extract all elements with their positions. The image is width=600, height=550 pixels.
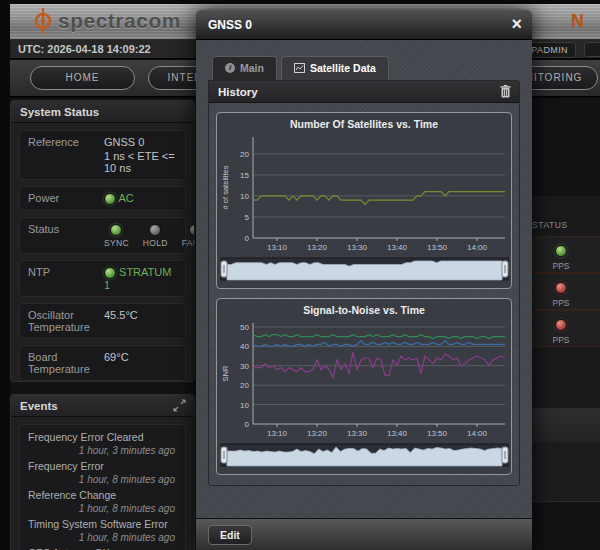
tab-main[interactable]: i Main bbox=[212, 56, 277, 80]
nav-home-button[interactable]: HOME bbox=[30, 66, 135, 90]
spectracom-logo-icon bbox=[32, 7, 54, 35]
pps-status-dot bbox=[555, 245, 567, 257]
svg-text:13:50: 13:50 bbox=[426, 243, 447, 252]
series-satellites bbox=[253, 192, 505, 205]
svg-text:50: 50 bbox=[240, 323, 249, 332]
modal-footer: Edit bbox=[196, 518, 532, 550]
series-snr-mid bbox=[253, 341, 505, 347]
sync-indicator: SYNC bbox=[104, 223, 129, 248]
history-panel: History Number Of Satellites vs. Time 05… bbox=[208, 80, 520, 486]
logo-text: spectracom bbox=[58, 9, 181, 33]
snr-chart-canvas: 0102030405013:1013:2013:3013:4013:5014:0… bbox=[218, 317, 510, 471]
fault-indicator: FAULT bbox=[182, 223, 195, 248]
history-header: History bbox=[209, 81, 519, 103]
satellites-chart: Number Of Satellites vs. Time 0510152013… bbox=[216, 112, 512, 289]
page: spectracom N UTC: 2026-04-18 14:09:22 WE… bbox=[0, 0, 600, 550]
history-body: Number Of Satellites vs. Time 0510152013… bbox=[209, 103, 519, 485]
tab-satellite-data[interactable]: Satellite Data bbox=[281, 56, 389, 80]
event-item: Reference Change 1 hour, 8 minutes ago bbox=[28, 489, 177, 518]
svg-text:30: 30 bbox=[240, 362, 249, 371]
spectracom-logo[interactable]: spectracom bbox=[32, 7, 181, 35]
modal-body: i Main Satellite Data History bbox=[196, 40, 532, 518]
info-icon: i bbox=[225, 63, 235, 73]
svg-text:15: 15 bbox=[240, 171, 249, 180]
svg-text:13:20: 13:20 bbox=[306, 243, 327, 252]
brand-fragment: N bbox=[571, 11, 584, 32]
svg-text:13:30: 13:30 bbox=[346, 243, 367, 252]
svg-text:13:10: 13:10 bbox=[266, 243, 287, 252]
ntp-status-dot bbox=[104, 267, 116, 279]
status-card-status: Status SYNC HOLD FAULT bbox=[19, 217, 186, 254]
utc-clock: UTC: 2026-04-18 14:09:22 bbox=[18, 43, 151, 55]
edge-chip bbox=[584, 42, 600, 57]
svg-text:5: 5 bbox=[244, 213, 249, 222]
chart-canvas: 0510152013:1013:2013:3013:4013:5014:00# … bbox=[219, 131, 510, 285]
svg-text:13:30: 13:30 bbox=[346, 429, 367, 438]
trash-icon[interactable] bbox=[500, 85, 511, 98]
edit-button[interactable]: Edit bbox=[208, 525, 252, 545]
svg-text:# of satellites: # of satellites bbox=[221, 165, 230, 209]
expand-icon[interactable] bbox=[173, 399, 186, 412]
modal-title: GNSS 0 bbox=[208, 18, 252, 32]
system-status-panel: System Status Reference GNSS 0 1 ns < ET… bbox=[10, 100, 195, 382]
svg-text:20: 20 bbox=[240, 150, 249, 159]
chart-canvas: 0102030405013:1013:2013:3013:4013:5014:0… bbox=[219, 317, 510, 471]
svg-text:13:40: 13:40 bbox=[386, 243, 407, 252]
event-item: Frequency Error 1 hour, 8 minutes ago bbox=[28, 460, 177, 489]
svg-text:10: 10 bbox=[240, 192, 249, 201]
satellites-chart-canvas: 0510152013:1013:2013:3013:4013:5014:00# … bbox=[218, 131, 510, 285]
hold-indicator: HOLD bbox=[143, 223, 168, 248]
pps-status-dot bbox=[555, 319, 567, 331]
svg-text:13:40: 13:40 bbox=[386, 429, 407, 438]
event-item: Timing System Software Error 1 hour, 8 m… bbox=[28, 518, 177, 547]
close-icon[interactable]: × bbox=[511, 10, 522, 38]
pps-status-dot bbox=[555, 282, 567, 294]
gnss-modal: GNSS 0 × i Main Satellite Data bbox=[196, 10, 532, 550]
status-card-board-temp: Board Temperature 69°C bbox=[19, 345, 186, 381]
series-snr-high bbox=[253, 335, 505, 339]
status-column-header: STATUS bbox=[532, 220, 568, 230]
power-status-dot bbox=[104, 193, 116, 205]
modal-tabs: i Main Satellite Data bbox=[212, 56, 520, 80]
svg-text:SNR: SNR bbox=[221, 365, 230, 381]
events-list: Frequency Error Cleared 1 hour, 3 minute… bbox=[19, 424, 186, 550]
status-card-oscillator-temp: Oscillator Temperature 45.5°C bbox=[19, 303, 186, 339]
status-card-reference: Reference GNSS 0 1 ns < ETE <= 10 ns bbox=[19, 130, 186, 180]
snr-chart: Signal-to-Noise vs. Time 0102030405013:1… bbox=[216, 298, 512, 475]
event-item: Frequency Error Cleared 1 hour, 3 minute… bbox=[28, 431, 177, 460]
svg-text:13:50: 13:50 bbox=[426, 429, 447, 438]
svg-text:0: 0 bbox=[244, 234, 249, 243]
svg-text:14:00: 14:00 bbox=[466, 243, 487, 252]
modal-title-bar[interactable]: GNSS 0 × bbox=[196, 10, 532, 40]
events-header: Events bbox=[11, 395, 194, 417]
chart-title: Number Of Satellites vs. Time bbox=[218, 115, 510, 131]
svg-text:10: 10 bbox=[240, 401, 249, 410]
svg-text:0: 0 bbox=[244, 420, 249, 429]
system-status-header: System Status bbox=[11, 101, 194, 123]
svg-text:13:20: 13:20 bbox=[306, 429, 327, 438]
status-card-power: Power AC bbox=[19, 186, 186, 211]
svg-text:20: 20 bbox=[240, 381, 249, 390]
svg-text:13:10: 13:10 bbox=[266, 429, 287, 438]
chart-title: Signal-to-Noise vs. Time bbox=[218, 301, 510, 317]
series-snr-low bbox=[253, 352, 505, 377]
status-card-ntp: NTP STRATUM 1 bbox=[19, 260, 186, 297]
svg-text:40: 40 bbox=[240, 342, 249, 351]
chart-icon bbox=[294, 63, 305, 73]
events-panel: Events Frequency Error Cleared 1 hour, 3… bbox=[10, 394, 195, 550]
svg-text:14:00: 14:00 bbox=[466, 429, 487, 438]
